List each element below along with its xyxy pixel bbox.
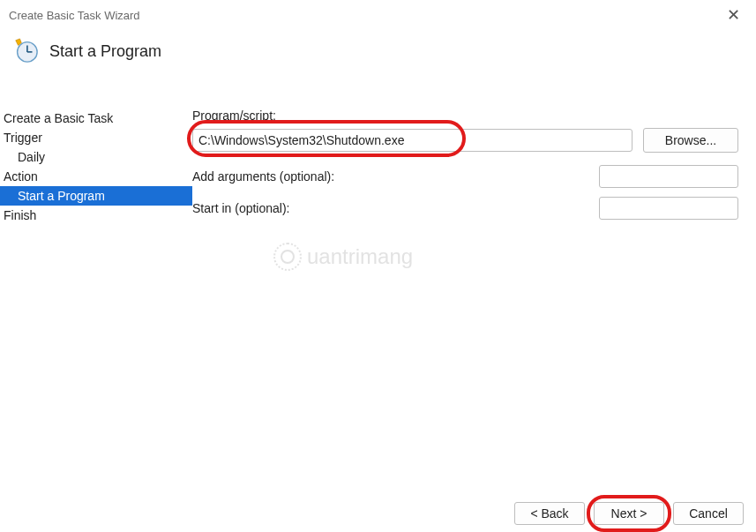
wizard-sidebar: Create a Basic Task Trigger Daily Action… [0,109,192,229]
window-title: Create Basic Task Wizard [9,9,140,22]
arguments-input[interactable] [599,165,738,188]
sidebar-substep-start-program[interactable]: Start a Program [0,186,192,206]
wizard-body: Create a Basic Task Trigger Daily Action… [0,109,756,229]
watermark-icon [273,243,302,271]
watermark-text: uantrimang [307,244,413,269]
page-title: Start a Program [49,42,161,61]
clock-icon [12,37,39,66]
back-button[interactable]: < Back [514,502,585,525]
program-script-input[interactable] [192,129,632,152]
sidebar-step-action[interactable]: Action [0,167,192,186]
sidebar-step-create[interactable]: Create a Basic Task [0,109,192,128]
cancel-button[interactable]: Cancel [673,502,744,525]
sidebar-step-trigger[interactable]: Trigger [0,128,192,147]
program-script-label: Program/script: [192,109,369,123]
sidebar-step-finish[interactable]: Finish [0,206,192,225]
arguments-label: Add arguments (optional): [192,169,334,184]
browse-button[interactable]: Browse... [643,128,738,153]
wizard-footer: < Back Next > Cancel [514,502,744,525]
wizard-content: Program/script: Browse... Add arguments … [192,109,756,229]
wizard-header: Start a Program [0,26,756,82]
sidebar-substep-daily[interactable]: Daily [0,147,192,167]
titlebar: Create Basic Task Wizard ✕ [0,0,756,26]
program-input-wrap [192,129,632,152]
startin-label: Start in (optional): [192,201,290,215]
next-button[interactable]: Next > [594,502,664,525]
startin-input[interactable] [599,197,738,220]
close-icon[interactable]: ✕ [722,7,745,23]
watermark: uantrimang [273,243,413,271]
